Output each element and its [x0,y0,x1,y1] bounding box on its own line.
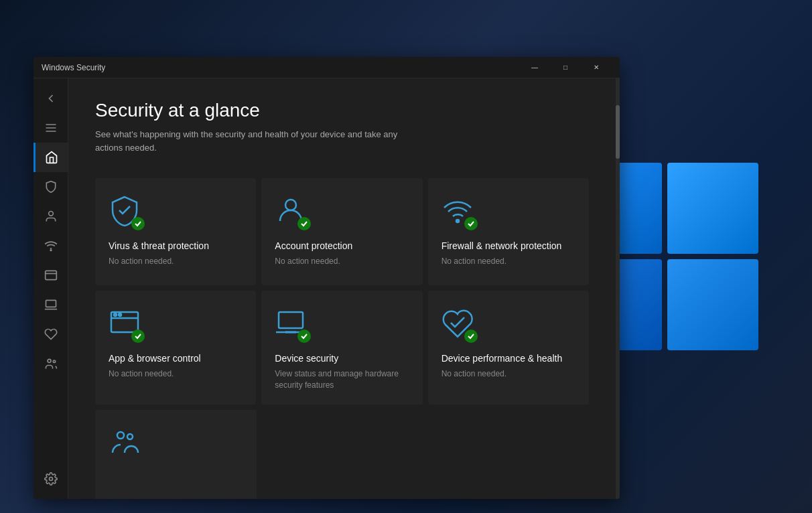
svg-point-22 [127,434,133,439]
device-icon [44,298,58,311]
sidebar-bottom [44,464,58,499]
svg-point-13 [456,220,459,222]
scrollbar-thumb[interactable] [616,105,620,159]
sidebar-item-menu[interactable] [33,113,68,143]
sidebar-item-settings[interactable] [44,464,58,494]
svg-point-21 [117,432,124,439]
bottom-partial-area [95,410,589,499]
sidebar [33,78,68,499]
card-subtitle-device-security: View status and manage hardware security… [275,368,409,391]
wifi-icon [44,239,58,252]
sidebar-item-virus[interactable] [33,172,68,202]
card-title-device-security: Device security [275,352,409,364]
card-title-firewall: Firewall & network protection [442,240,576,252]
card-title-app-browser: App & browser control [109,352,243,364]
card-icon-virus [109,194,143,229]
card-firewall[interactable]: Firewall & network protection No action … [428,178,589,285]
status-badge-app-browser [131,329,145,343]
menu-icon [44,121,58,135]
card-icon-account [275,194,310,229]
app-window: Windows Security — □ ✕ [33,57,620,499]
win-tile-bottom-right [667,259,758,350]
card-device-health[interactable]: Device performance & health No action ne… [428,291,589,405]
shield-icon [44,180,58,194]
card-title-virus: Virus & threat protection [109,240,243,252]
svg-point-4 [50,250,52,251]
sidebar-item-home[interactable] [33,143,68,172]
check-icon [134,220,142,228]
family-icon [44,357,58,370]
sidebar-item-firewall[interactable] [33,231,68,261]
card-icon-device-health [442,307,476,342]
card-icon-app-browser [109,307,143,342]
check-icon [467,332,475,340]
svg-point-9 [48,359,51,362]
home-icon [45,151,58,164]
close-button[interactable]: ✕ [581,57,612,78]
main-content: Security at a glance See what's happenin… [68,78,616,499]
health-icon [44,327,58,341]
check-icon [467,220,475,228]
minimize-button[interactable]: — [519,57,550,78]
check-icon [300,220,308,228]
card-subtitle-virus: No action needed. [109,256,243,267]
sidebar-item-app-browser[interactable] [33,261,68,290]
sidebar-item-back[interactable] [33,84,68,113]
card-title-device-health: Device performance & health [442,352,576,364]
maximize-button[interactable]: □ [550,57,581,78]
card-device-security[interactable]: Device security View status and manage h… [261,291,422,405]
status-badge-device-health [464,329,478,343]
sidebar-top [33,84,68,464]
status-badge-virus [131,217,145,230]
svg-point-16 [114,313,117,316]
account-icon [44,210,58,223]
window-controls: — □ ✕ [519,57,612,78]
sidebar-item-device[interactable] [33,290,68,319]
status-badge-account [297,217,311,230]
status-badge-device-security [297,329,311,343]
card-icon-device-security [275,307,310,342]
svg-rect-7 [46,300,56,307]
card-virus-threat[interactable]: Virus & threat protection No action need… [95,178,256,285]
status-badge-firewall [464,217,478,230]
family-partial-icon [109,426,141,458]
browser-icon [44,269,58,282]
card-subtitle-account: No action needed. [275,256,409,267]
card-family-partial[interactable] [95,410,257,499]
card-account-protection[interactable]: Account protection No action needed. [261,178,422,285]
card-icon-firewall [442,194,476,229]
check-icon [134,332,142,340]
title-bar: Windows Security — □ ✕ [33,57,620,78]
sidebar-item-account[interactable] [33,202,68,231]
sidebar-item-family[interactable] [33,349,68,378]
card-subtitle-device-health: No action needed. [442,368,576,380]
app-body: Security at a glance See what's happenin… [33,78,620,499]
settings-icon [44,472,58,486]
page-title: Security at a glance [95,100,589,121]
win-tile-top-right [667,163,758,254]
check-icon [300,332,308,340]
window-title: Windows Security [42,63,105,72]
page-subtitle: See what's happening with the security a… [95,128,403,154]
svg-point-10 [53,360,55,362]
back-icon [44,92,58,105]
scrollbar[interactable] [616,78,620,499]
card-subtitle-app-browser: No action needed. [109,368,243,380]
security-cards-grid: Virus & threat protection No action need… [95,178,589,405]
card-icon-family-partial [109,426,143,461]
svg-point-12 [285,200,296,210]
svg-rect-5 [45,271,56,279]
svg-rect-18 [279,312,303,328]
card-app-browser[interactable]: App & browser control No action needed. [95,291,256,405]
svg-point-11 [49,478,52,481]
svg-point-17 [119,313,121,316]
card-title-account: Account protection [275,240,409,252]
card-subtitle-firewall: No action needed. [442,256,576,267]
sidebar-item-health[interactable] [33,319,68,349]
svg-point-3 [48,212,53,216]
